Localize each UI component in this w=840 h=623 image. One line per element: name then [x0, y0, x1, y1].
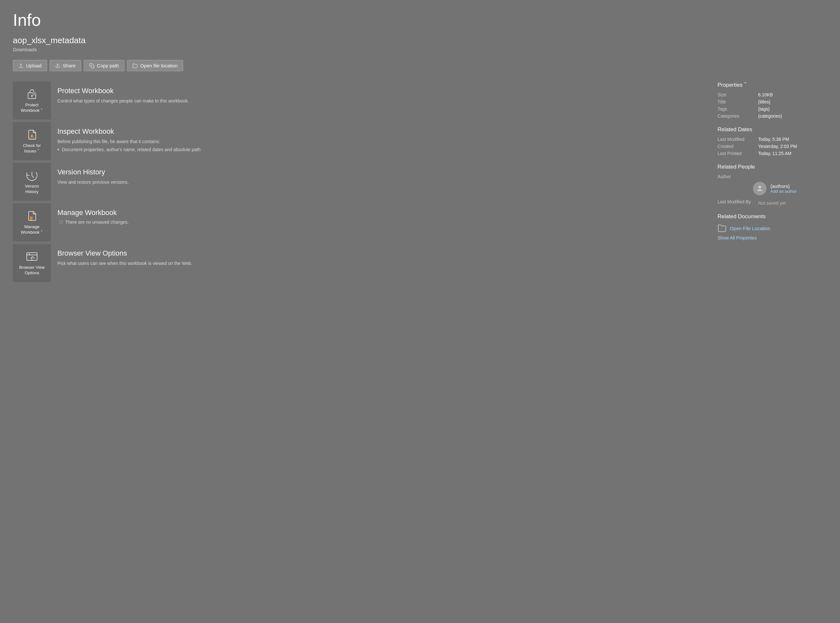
open-file-location-toolbar-icon — [132, 63, 138, 68]
properties-section: Properties ˅ Size 6.10KB Title {titles} … — [717, 81, 827, 119]
author-name: {authors} — [770, 183, 797, 189]
author-info-row: {authors} Add an author — [753, 182, 827, 195]
prop-row-categories: Categories {categories} — [717, 114, 827, 119]
svg-rect-9 — [30, 216, 32, 220]
browser-view-options-icon-block[interactable]: Browser View Options — [13, 244, 51, 282]
browser-view-options-title: Browser View Options — [57, 249, 698, 258]
share-icon — [55, 63, 60, 68]
prop-value-tags: {tags} — [758, 106, 770, 112]
version-history-content: Version History View and restore previou… — [51, 163, 705, 191]
toolbar: Upload Share Copy path Open file locatio… — [13, 60, 827, 71]
no-changes-icon — [57, 219, 63, 225]
related-dates-section: Related Dates Last Modified Today, 5:36 … — [717, 126, 827, 156]
inspect-workbook-sub-item: Document properties, author's name, rela… — [57, 147, 698, 152]
file-name: aop_xlsx_metadata — [13, 35, 827, 46]
protect-workbook-desc: Control what types of changes people can… — [57, 98, 698, 104]
protect-workbook-label: Protect Workbook ˅ — [21, 103, 43, 114]
check-for-issues-icon — [26, 128, 38, 141]
related-documents-header: Related Documents — [717, 213, 827, 220]
inspect-workbook-title: Inspect Workbook — [57, 127, 698, 136]
date-label-modified: Last Modified — [717, 137, 753, 142]
add-author-link[interactable]: Add an author — [770, 189, 797, 194]
manage-workbook-content: Manage Workbook There are no unsaved cha… — [51, 203, 705, 230]
open-file-location-button[interactable]: Open file location — [127, 60, 183, 71]
protect-workbook-icon — [26, 87, 38, 101]
protect-workbook-content: Protect Workbook Control what types of c… — [51, 81, 705, 110]
date-row-modified: Last Modified Today, 5:36 PM — [717, 137, 827, 142]
file-location: Downloads — [13, 47, 827, 52]
folder-icon — [717, 224, 726, 233]
date-value-printed: Today, 11:25 AM — [758, 151, 791, 156]
manage-workbook-sub-item: There are no unsaved changes. — [57, 219, 698, 225]
browser-view-options-label: Browser View Options — [19, 265, 45, 276]
avatar — [753, 182, 766, 195]
inspect-workbook-row: Check for Issues ˅ Inspect Workbook Befo… — [13, 122, 705, 160]
copy-path-icon — [89, 63, 94, 68]
manage-workbook-icon-block[interactable]: Manage Workbook ˅ — [13, 203, 51, 241]
check-for-issues-label: Check for Issues ˅ — [23, 143, 41, 154]
prop-label-size: Size — [717, 92, 753, 97]
main-layout: Protect Workbook ˅ Protect Workbook Cont… — [13, 81, 827, 282]
date-value-created: Yesterday, 2:03 PM — [758, 144, 797, 149]
upload-icon — [18, 63, 23, 68]
properties-header: Properties ˅ — [717, 81, 827, 88]
open-file-location-doc-item[interactable]: Open File Location — [717, 224, 827, 233]
prop-value-size: 6.10KB — [758, 92, 773, 97]
browser-view-options-icon — [26, 250, 38, 263]
manage-workbook-icon — [26, 210, 38, 222]
date-value-modified: Today, 5:36 PM — [758, 137, 789, 142]
page-title: Info — [13, 10, 827, 30]
manage-workbook-extra: There are no unsaved changes. — [65, 219, 129, 225]
left-panel: Protect Workbook ˅ Protect Workbook Cont… — [13, 81, 705, 282]
upload-button[interactable]: Upload — [13, 60, 47, 71]
version-history-title: Version History — [57, 168, 698, 176]
prop-row-size: Size 6.10KB — [717, 92, 827, 97]
browser-view-options-content: Browser View Options Pick what users can… — [51, 244, 705, 272]
related-people-header: Related People — [717, 164, 827, 170]
check-for-issues-icon-block[interactable]: Check for Issues ˅ — [13, 122, 51, 160]
last-modified-by-row: Last Modified By Not saved yet — [717, 199, 827, 206]
inspect-workbook-desc: Before publishing this file, be aware th… — [57, 138, 698, 145]
related-documents-section: Related Documents Open File Location Sho… — [717, 213, 827, 241]
version-history-row: Version History Version History View and… — [13, 163, 705, 201]
version-history-icon — [26, 169, 38, 182]
share-button[interactable]: Share — [50, 60, 81, 71]
protect-workbook-title: Protect Workbook — [57, 87, 698, 95]
show-all-properties-link[interactable]: Show All Properties — [717, 235, 827, 241]
prop-row-title: Title {titles} — [717, 99, 827, 104]
date-row-created: Created Yesterday, 2:03 PM — [717, 144, 827, 149]
svg-rect-0 — [91, 65, 94, 68]
protect-workbook-icon-block[interactable]: Protect Workbook ˅ — [13, 81, 51, 120]
bullet-icon — [57, 149, 59, 150]
manage-workbook-row: Manage Workbook ˅ Manage Workbook There … — [13, 203, 705, 241]
manage-workbook-label: Manage Workbook ˅ — [21, 224, 43, 235]
version-history-desc: View and restore previous versions. — [57, 179, 698, 186]
date-label-created: Created — [717, 144, 753, 149]
copy-path-button[interactable]: Copy path — [84, 60, 124, 71]
prop-value-title: {titles} — [758, 99, 770, 104]
prop-row-tags: Tags {tags} — [717, 106, 827, 112]
browser-view-options-desc: Pick what users can see when this workbo… — [57, 260, 698, 267]
prop-label-categories: Categories — [717, 114, 753, 119]
prop-value-categories: {categories} — [758, 114, 782, 119]
last-modified-by-value: Not saved yet — [758, 201, 786, 206]
right-panel: Properties ˅ Size 6.10KB Title {titles} … — [717, 81, 827, 248]
inspect-workbook-content: Inspect Workbook Before publishing this … — [51, 122, 705, 157]
related-dates-header: Related Dates — [717, 126, 827, 133]
manage-workbook-title: Manage Workbook — [57, 209, 698, 217]
svg-point-7 — [32, 137, 32, 137]
related-people-section: Related People Author {authors} Add an a… — [717, 164, 827, 206]
avatar-icon — [756, 184, 764, 193]
author-label: Author — [717, 174, 753, 179]
last-modified-by-label: Last Modified By — [717, 199, 753, 206]
date-label-printed: Last Printed — [717, 151, 753, 156]
prop-label-tags: Tags — [717, 106, 753, 112]
version-history-icon-block[interactable]: Version History — [13, 163, 51, 201]
open-file-location-doc-label: Open File Location — [730, 226, 770, 231]
inspect-workbook-sub-text: Document properties, author's name, rela… — [62, 147, 201, 152]
author-row-label: Author — [717, 174, 827, 179]
author-details: {authors} Add an author — [770, 183, 797, 194]
date-row-printed: Last Printed Today, 11:25 AM — [717, 151, 827, 156]
prop-label-title: Title — [717, 99, 753, 104]
browser-view-options-row: Browser View Options Browser View Option… — [13, 244, 705, 282]
